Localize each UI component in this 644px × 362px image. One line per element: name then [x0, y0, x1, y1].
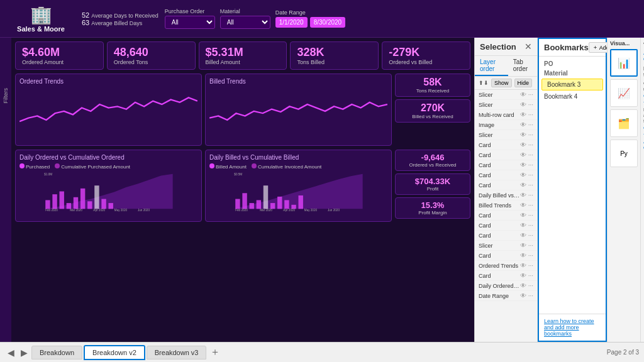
next-tab-button[interactable]: ▶: [18, 348, 30, 358]
svg-rect-5: [74, 197, 78, 209]
stat1-value: 52: [82, 11, 89, 19]
list-item: Multi-row card👁 ···: [475, 110, 537, 120]
viz-item-0[interactable]: 📊: [610, 49, 638, 77]
svg-rect-20: [250, 203, 254, 209]
svg-rect-2: [52, 194, 57, 209]
tab-layer-order[interactable]: Layer order: [475, 56, 508, 76]
filters-sidebar: Filters: [0, 38, 11, 342]
prev-tab-button[interactable]: ◀: [5, 348, 17, 358]
selection-panel-tabs: Layer order Tab order: [475, 56, 537, 77]
ordered-trends-title: Ordered Trends: [19, 78, 197, 85]
viz-panel-title: Visua...: [610, 40, 638, 47]
svg-text:Apr 2020: Apr 2020: [283, 209, 295, 212]
svg-rect-8: [94, 185, 99, 209]
list-item: Ordered Trends👁 ···: [475, 261, 537, 271]
bookmarks-list: PO Material Bookmark 3 Bookmark 4: [539, 57, 606, 314]
viz-item-3[interactable]: Py: [610, 140, 638, 167]
right-panels: Selection ✕ Layer order Tab order ⬆⬇ Sho…: [474, 38, 644, 342]
list-item: Card👁 ···: [475, 150, 537, 160]
add-tab-button[interactable]: ＋: [208, 346, 223, 359]
svg-text:May 2020: May 2020: [114, 209, 128, 212]
tab-tab-order[interactable]: Tab order: [508, 56, 537, 76]
svg-rect-6: [80, 189, 85, 209]
material-dropdown[interactable]: All: [220, 16, 270, 29]
kpi-ordered-amount-label: Ordered Amount: [22, 59, 97, 65]
stat2-value: 63: [82, 19, 89, 26]
selection-panel-controls: ⬆⬇ Show Hide: [475, 77, 537, 90]
list-item: Card👁 ···: [475, 221, 537, 231]
tab-bar: ◀ ▶ Breakdown Breakdown v2 Breakdown v3 …: [0, 342, 644, 362]
date-start[interactable]: 1/1/2020: [275, 17, 308, 28]
show-button[interactable]: Show: [491, 79, 512, 87]
billed-vs-received-card: 270K Billed vs Received: [395, 99, 470, 123]
svg-text:Jun 2020: Jun 2020: [328, 209, 340, 212]
bookmarks-panel-title: Bookmarks: [544, 43, 589, 52]
billed-trends-chart: Billed Trends: [205, 74, 392, 146]
charts-row: Ordered Trends Billed Trends 58K Tons Re…: [15, 74, 470, 146]
selection-panel-close[interactable]: ✕: [525, 41, 532, 52]
svg-text:Feb 2020: Feb 2020: [235, 209, 248, 212]
kpi-ordered-tons: 48,640 Ordered Tons: [107, 41, 196, 70]
daily-billed-title: Daily Billed vs Cumulative Billed: [209, 154, 387, 161]
purchase-order-dropdown[interactable]: All: [165, 16, 215, 29]
viz-item-2[interactable]: 🗂️: [610, 109, 638, 137]
tab-breakdown-v3[interactable]: Breakdown v3: [147, 346, 207, 359]
profit-value: $704.33K: [401, 177, 465, 186]
logo-text: Sales & Moore: [17, 25, 65, 33]
daily-billed-legend: Billed Amount Cumulative Invoiced Amount: [209, 163, 387, 170]
list-item: Daily Billed vs Cumul...👁 ···: [475, 190, 537, 200]
viz-panel: Visua... 📊 📈 🗂️ Py: [607, 38, 640, 342]
list-item: Card👁 ···: [475, 251, 537, 261]
date-range-label: Date Range: [275, 9, 306, 16]
billed-trends-title: Billed Trends: [209, 78, 387, 85]
hide-button[interactable]: Hide: [514, 79, 533, 87]
bookmarks-panel-header: Bookmarks ＋ Add ▶ View ✕: [539, 39, 606, 57]
billed-vs-received-label: Billed vs Received: [401, 114, 465, 119]
date-end[interactable]: 8/30/2020: [310, 17, 346, 28]
kpi-ordered-vs-billed: -279K Ordered vs Billed: [382, 41, 470, 70]
date-range-filter: Date Range 1/1/2020 8/30/2020: [275, 9, 345, 28]
purchase-order-filter: Purchase Order All: [165, 8, 215, 29]
selection-panel-title: Selection: [480, 42, 516, 52]
stat2: 63 Average Billed Days: [82, 19, 158, 26]
dashboard: $4.60M Ordered Amount 48,640 Ordered Ton…: [11, 38, 474, 342]
billed-trends-svg: [209, 87, 387, 128]
svg-text:Jun 2020: Jun 2020: [138, 209, 150, 212]
purchase-order-label: Purchase Order: [165, 8, 205, 14]
list-item: Card👁 ···: [475, 180, 537, 190]
daily-billed-legend-1: Cumulative Invoiced Amount: [258, 164, 321, 170]
filter-section: Purchase Order All Material All Date Ran…: [165, 8, 638, 29]
svg-rect-24: [277, 197, 282, 209]
bm-section-po: PO: [539, 59, 606, 69]
bookmark-item-3[interactable]: Bookmark 3: [541, 79, 603, 90]
kpi-tons-billed: 328K Tons Billed: [290, 41, 379, 70]
svg-rect-9: [101, 199, 106, 209]
list-item: Slicer👁 ···: [475, 130, 537, 140]
tab-breakdown[interactable]: Breakdown: [31, 346, 82, 359]
drill-panel: Values Add data... Drill th... Cross-rep…: [640, 38, 644, 342]
svg-rect-3: [60, 192, 64, 209]
svg-rect-22: [264, 185, 268, 209]
kpi-ordered-tons-value: 48,640: [114, 46, 189, 59]
profit-label: Profit: [401, 186, 465, 192]
svg-text:$1.0M: $1.0M: [44, 173, 52, 176]
learn-more-link[interactable]: Learn how to create and add more bookmar…: [544, 318, 594, 337]
tons-received-label: Tons Received: [401, 88, 465, 94]
filters-label: Filters: [3, 88, 9, 104]
kpi-ordered-amount: $4.60M Ordered Amount: [15, 41, 104, 70]
svg-rect-25: [284, 200, 289, 209]
viz-item-1[interactable]: 📈: [610, 79, 638, 107]
kpi-ordered-tons-label: Ordered Tons: [114, 59, 189, 65]
bm-section-material: Material: [539, 69, 606, 78]
svg-rect-18: [235, 199, 240, 209]
tab-breakdown-v2[interactable]: Breakdown v2: [84, 345, 145, 360]
kpi-ordered-vs-billed-value: -279K: [389, 46, 464, 59]
daily-ordered-legend: Purchased Cumulative Purchased Amount: [19, 163, 197, 170]
selection-panel-header: Selection ✕: [475, 38, 537, 56]
billed-vs-received-value: 270K: [401, 102, 465, 114]
list-item: Card👁 ···: [475, 140, 537, 150]
bookmark-item-4[interactable]: Bookmark 4: [539, 91, 606, 102]
svg-text:Mar 2020: Mar 2020: [260, 209, 272, 212]
add-icon: ＋: [592, 43, 598, 52]
daily-billed-legend-0: Billed Amount: [216, 164, 247, 170]
